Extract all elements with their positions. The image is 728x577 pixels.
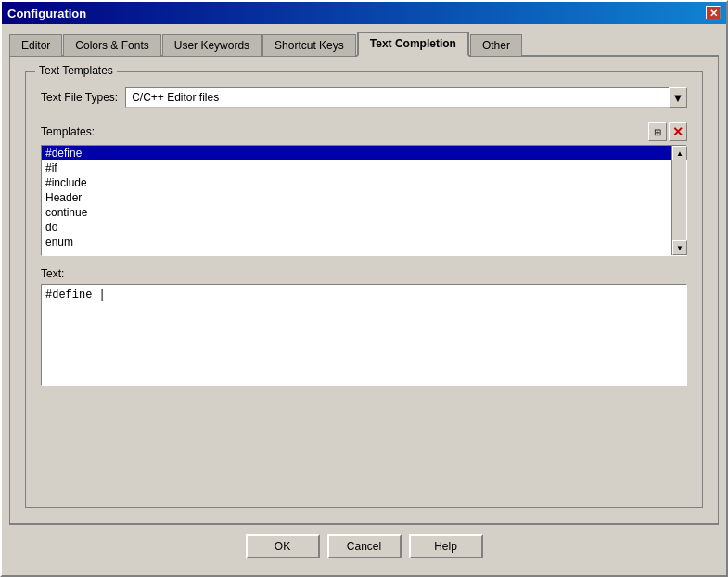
list-item[interactable]: Header — [42, 190, 671, 205]
tab-text-completion[interactable]: Text Completion — [357, 32, 469, 57]
bottom-bar: OK Cancel Help — [9, 524, 719, 568]
file-type-row: Text File Types: C/C++ Editor files HTML… — [41, 87, 687, 108]
list-item[interactable]: #include — [42, 175, 671, 190]
delete-template-icon: ✕ — [672, 124, 683, 139]
templates-scrollbar[interactable]: ▲ ▼ — [671, 146, 686, 255]
templates-buttons: ⊞ ✕ — [648, 122, 687, 141]
scroll-track[interactable] — [672, 160, 686, 240]
tab-user-keywords[interactable]: User Keywords — [162, 34, 262, 56]
window-title: Configuration — [7, 6, 86, 20]
templates-section: Templates: ⊞ ✕ #define — [41, 122, 687, 493]
close-icon: ✕ — [709, 7, 718, 19]
text-label: Text: — [41, 267, 687, 280]
tab-content-text-completion: Text Templates Text File Types: C/C++ Ed… — [9, 57, 719, 524]
add-template-button[interactable]: ⊞ — [648, 122, 667, 141]
file-type-dropdown-wrapper: C/C++ Editor files HTML files Java files… — [125, 87, 687, 108]
list-item[interactable]: do — [42, 220, 671, 235]
file-type-dropdown[interactable]: C/C++ Editor files HTML files Java files… — [125, 87, 687, 108]
tab-shortcut-keys[interactable]: Shortcut Keys — [262, 34, 356, 56]
templates-header: Templates: ⊞ ✕ — [41, 122, 687, 141]
group-box-legend: Text Templates — [35, 64, 117, 77]
tab-editor[interactable]: Editor — [9, 34, 62, 56]
configuration-window: Configuration ✕ Editor Colors & Fonts Us… — [0, 0, 728, 577]
file-type-label: Text File Types: — [41, 91, 118, 104]
help-button[interactable]: Help — [409, 534, 483, 558]
scroll-down-button[interactable]: ▼ — [672, 240, 687, 255]
ok-button[interactable]: OK — [246, 534, 320, 558]
text-area[interactable]: #define | — [41, 284, 687, 386]
templates-list: #define #if #include Header continue do … — [42, 146, 671, 255]
text-templates-group: Text Templates Text File Types: C/C++ Ed… — [25, 71, 703, 508]
text-section: Text: #define | — [41, 267, 687, 389]
title-bar: Configuration ✕ — [2, 2, 726, 24]
list-item[interactable]: #define — [42, 146, 671, 160]
list-item[interactable]: continue — [42, 205, 671, 220]
tab-colors-fonts[interactable]: Colors & Fonts — [63, 34, 160, 56]
cancel-button[interactable]: Cancel — [327, 534, 402, 558]
tab-bar: Editor Colors & Fonts User Keywords Shor… — [9, 30, 719, 57]
templates-label: Templates: — [41, 125, 95, 138]
close-button[interactable]: ✕ — [706, 6, 721, 19]
list-item[interactable]: enum — [42, 235, 671, 250]
scroll-up-button[interactable]: ▲ — [672, 146, 687, 160]
list-item[interactable]: #if — [42, 160, 671, 175]
delete-template-button[interactable]: ✕ — [669, 122, 687, 141]
templates-list-wrapper: #define #if #include Header continue do … — [41, 145, 687, 256]
tab-other[interactable]: Other — [470, 34, 522, 56]
window-body: Editor Colors & Fonts User Keywords Shor… — [2, 24, 726, 575]
add-template-icon: ⊞ — [654, 127, 661, 137]
